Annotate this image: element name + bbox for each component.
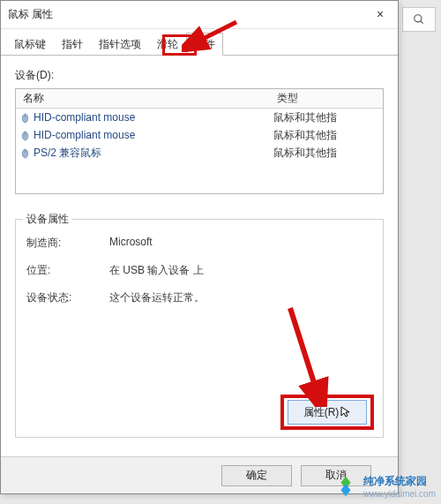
tab-hardware[interactable]: 硬件: [186, 33, 223, 56]
value-location: 在 USB 输入设备 上: [109, 263, 372, 278]
watermark-logo-icon: [333, 474, 358, 499]
group-legend: 设备属性: [23, 212, 72, 227]
value-manufacturer: Microsoft: [109, 236, 372, 251]
mouse-icon: [16, 147, 34, 159]
ok-button[interactable]: 确定: [221, 465, 292, 486]
search-icon: [413, 13, 425, 26]
mouse-properties-dialog: 鼠标 属性 × 鼠标键 指针 指针选项 滑轮 硬件 设备(D): 名称 类型: [0, 0, 399, 494]
device-type: 鼠标和其他指: [273, 146, 383, 161]
kv-location: 位置: 在 USB 输入设备 上: [26, 263, 372, 278]
tab-buttons[interactable]: 鼠标键: [6, 33, 54, 56]
cursor-icon: [340, 406, 351, 418]
device-type: 鼠标和其他指: [273, 110, 383, 125]
watermark-url: www.yidaimei.com: [363, 489, 436, 499]
device-row[interactable]: HID-compliant mouse 鼠标和其他指: [16, 126, 383, 144]
device-type: 鼠标和其他指: [273, 128, 383, 143]
search-button[interactable]: [402, 7, 436, 32]
tab-pointer-options[interactable]: 指针选项: [91, 33, 149, 56]
kv-status: 设备状态: 这个设备运转正常。: [26, 290, 372, 305]
tab-pointers[interactable]: 指针: [54, 33, 91, 56]
close-button[interactable]: ×: [366, 3, 394, 26]
col-header-name[interactable]: 名称: [16, 91, 273, 106]
svg-line-1: [421, 21, 423, 24]
tab-bar: 鼠标键 指针 指针选项 滑轮 硬件: [1, 29, 398, 56]
svg-point-0: [415, 15, 422, 22]
watermark: 纯净系统家园 www.yidaimei.com: [333, 474, 436, 499]
dialog-title: 鼠标 属性: [8, 7, 53, 22]
device-list[interactable]: 名称 类型 HID-compliant mouse 鼠标和其他指 HID-com…: [15, 88, 384, 194]
kv-manufacturer: 制造商: Microsoft: [26, 236, 372, 251]
device-row[interactable]: PS/2 兼容鼠标 鼠标和其他指: [16, 144, 383, 162]
properties-button-label: 属性(R): [303, 405, 340, 420]
tab-wheel[interactable]: 滑轮: [149, 33, 186, 56]
desktop-background: 鼠标 属性 × 鼠标键 指针 指针选项 滑轮 硬件 设备(D): 名称 类型: [0, 0, 441, 504]
value-status: 这个设备运转正常。: [109, 290, 372, 305]
label-status: 设备状态:: [26, 290, 109, 305]
mouse-icon: [16, 130, 34, 141]
device-name: HID-compliant mouse: [34, 111, 273, 124]
label-manufacturer: 制造商:: [26, 236, 109, 251]
dialog-titlebar: 鼠标 属性 ×: [1, 1, 398, 29]
mouse-icon: [16, 112, 34, 124]
dialog-body: 设备(D): 名称 类型 HID-compliant mouse 鼠标和其他指 …: [1, 56, 398, 445]
watermark-name: 纯净系统家园: [363, 474, 436, 489]
device-properties-group: 设备属性 制造商: Microsoft 位置: 在 USB 输入设备 上 设备状…: [15, 219, 384, 438]
device-name: PS/2 兼容鼠标: [34, 146, 273, 161]
devices-label: 设备(D):: [15, 68, 384, 83]
properties-button[interactable]: 属性(R): [288, 400, 367, 425]
device-list-header: 名称 类型: [16, 89, 383, 109]
device-row[interactable]: HID-compliant mouse 鼠标和其他指: [16, 109, 383, 126]
label-location: 位置:: [26, 263, 109, 278]
col-header-type[interactable]: 类型: [273, 91, 383, 106]
device-name: HID-compliant mouse: [34, 129, 273, 141]
